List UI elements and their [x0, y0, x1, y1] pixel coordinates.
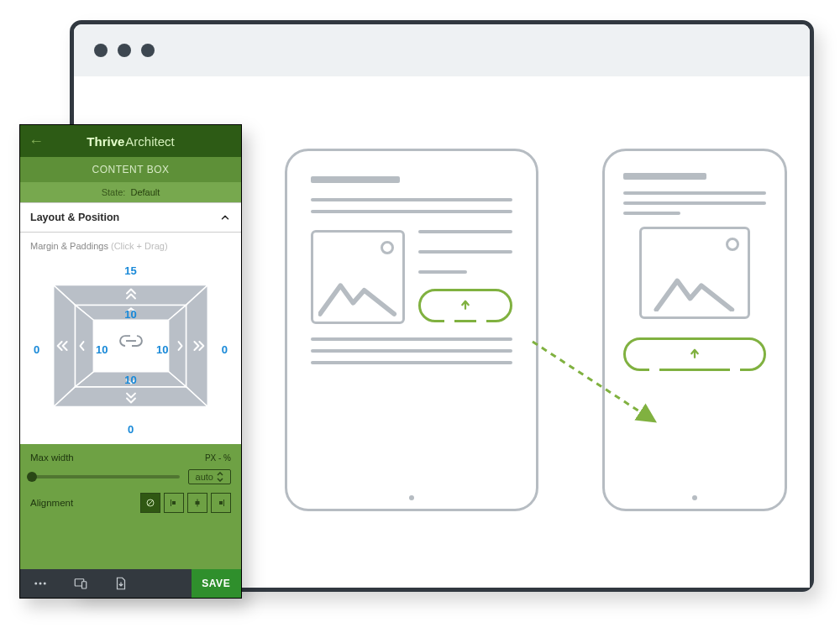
tablet-preview	[285, 149, 538, 511]
content-col	[418, 230, 512, 324]
content-row	[311, 230, 512, 324]
arrow-up-icon	[458, 298, 473, 313]
mountain-icon	[647, 271, 743, 311]
export-button[interactable]	[101, 569, 141, 598]
ellipsis-icon	[33, 576, 48, 591]
text-placeholder	[623, 191, 766, 195]
align-left-button[interactable]	[164, 493, 184, 513]
layout-position-header[interactable]: Layout & Position	[20, 202, 241, 233]
text-placeholder	[623, 201, 766, 205]
slider-thumb[interactable]	[27, 472, 37, 482]
chevron-up-icon	[219, 212, 231, 223]
max-width-value-box[interactable]: auto	[188, 469, 231, 484]
svg-line-10	[148, 500, 153, 505]
svg-rect-21	[82, 582, 87, 588]
text-placeholder	[418, 270, 467, 274]
content-col	[311, 230, 405, 324]
alignment-buttons	[140, 493, 231, 513]
file-arrow-icon	[113, 576, 129, 591]
text-placeholder	[311, 361, 512, 364]
padding-top-value[interactable]: 10	[124, 308, 136, 321]
mountain-icon	[318, 275, 397, 316]
svg-point-18	[39, 583, 42, 585]
home-indicator	[692, 495, 697, 500]
panel-header: ← ThriveArchitect	[20, 125, 241, 157]
max-width-slider[interactable]	[30, 475, 180, 478]
sun-icon	[381, 241, 394, 254]
layout-controls: Max width PX - % auto Alignment	[20, 444, 241, 569]
padding-right-value[interactable]: 10	[156, 343, 168, 356]
responsive-button[interactable]	[60, 569, 101, 598]
text-placeholder	[311, 210, 512, 213]
state-key: State:	[102, 187, 126, 197]
browser-titlebar	[74, 24, 810, 76]
heading-placeholder	[311, 176, 400, 183]
svg-marker-7	[76, 305, 94, 386]
text-placeholder	[623, 212, 680, 215]
stepper-icon	[217, 472, 223, 482]
window-dot	[141, 44, 155, 57]
svg-marker-1	[186, 285, 207, 407]
swap-up-button[interactable]	[418, 289, 512, 322]
window-dot	[118, 44, 131, 57]
margin-right-value[interactable]: 0	[222, 343, 228, 356]
sun-icon	[726, 238, 739, 251]
alignment-label: Alignment	[30, 498, 73, 508]
state-value: Default	[130, 187, 160, 197]
home-indicator	[409, 495, 414, 500]
image-placeholder	[639, 227, 751, 319]
element-label: CONTENT BOX	[20, 157, 241, 182]
margin-top-value[interactable]: 15	[124, 264, 136, 277]
state-row[interactable]: State: Default	[20, 182, 241, 202]
text-placeholder	[418, 250, 512, 254]
arrow-up-icon	[687, 347, 702, 362]
section-title: Layout & Position	[30, 212, 119, 223]
text-placeholder	[311, 198, 512, 201]
svg-rect-14	[196, 501, 200, 505]
svg-rect-12	[172, 501, 176, 505]
padding-bottom-value[interactable]: 10	[124, 374, 136, 386]
margin-left-value[interactable]: 0	[34, 343, 39, 356]
align-right-button[interactable]	[211, 493, 231, 513]
svg-point-17	[34, 583, 37, 585]
align-center-button[interactable]	[187, 493, 207, 513]
margin-bottom-value[interactable]: 0	[128, 423, 134, 436]
responsive-arrow-icon	[528, 337, 670, 437]
align-none-button[interactable]	[140, 493, 160, 513]
window-dot	[94, 44, 108, 57]
margin-padding-label: Margin & Paddings (Click + Drag)	[20, 233, 241, 254]
svg-point-19	[44, 583, 46, 585]
back-button[interactable]: ←	[29, 125, 44, 157]
text-placeholder	[418, 230, 512, 233]
svg-rect-16	[219, 501, 223, 505]
image-placeholder	[311, 230, 405, 324]
padding-left-value[interactable]: 10	[96, 343, 108, 356]
px-percent-toggle[interactable]: PX - %	[205, 453, 231, 463]
phone-preview	[602, 149, 787, 511]
save-button[interactable]: SAVE	[192, 569, 242, 598]
brand-title: ThriveArchitect	[87, 134, 174, 149]
devices-icon	[73, 576, 88, 591]
heading-placeholder	[623, 173, 706, 180]
text-placeholder	[311, 349, 512, 353]
max-width-label: Max width	[30, 452, 74, 463]
more-options-button[interactable]	[20, 569, 60, 598]
panel-footer: SAVE	[20, 569, 241, 598]
sidebar-panel: ← ThriveArchitect CONTENT BOX State: Def…	[19, 124, 242, 599]
svg-marker-3	[54, 285, 76, 407]
text-placeholder	[311, 337, 512, 341]
margin-padding-editor[interactable]: 15 0 0 0 10 10 10 10	[20, 254, 241, 444]
